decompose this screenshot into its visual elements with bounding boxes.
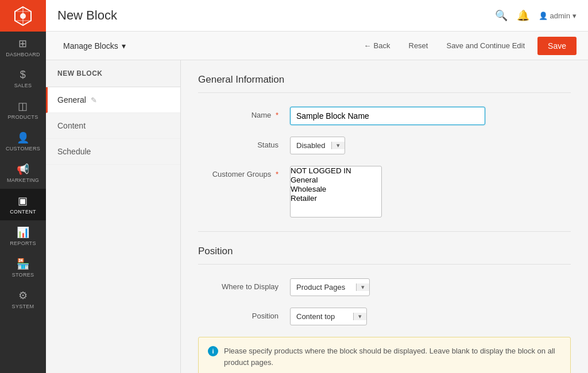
position-header: Position bbox=[198, 246, 571, 265]
main-area: New Block 🔍 🔔 👤 admin ▾ Manage Blocks ▾ … bbox=[46, 0, 588, 373]
sidebar-item-sales[interactable]: $ Sales bbox=[0, 63, 46, 94]
chevron-down-icon: ▾ bbox=[356, 283, 369, 291]
sidebar-item-products[interactable]: ◫ Products bbox=[0, 94, 46, 126]
sidebar-item-label: Customers bbox=[6, 146, 40, 151]
where-to-display-label: Where to Display bbox=[198, 278, 290, 291]
position-select[interactable]: Content top Content bottom Sidebar left … bbox=[291, 308, 353, 325]
sales-icon: $ bbox=[20, 69, 26, 81]
where-to-display-field: Product Pages Category Pages Home Page ▾ bbox=[290, 278, 571, 296]
chevron-down-icon: ▾ bbox=[122, 41, 126, 50]
reset-button[interactable]: Reset bbox=[403, 38, 434, 53]
position-field: Content top Content bottom Sidebar left … bbox=[290, 308, 571, 325]
search-icon[interactable]: 🔍 bbox=[495, 9, 508, 22]
position-select-wrap: Content top Content bottom Sidebar left … bbox=[290, 308, 367, 325]
system-icon: ⚙ bbox=[18, 289, 28, 302]
secondary-bar: Manage Blocks ▾ ← Back Reset Save and Co… bbox=[46, 32, 588, 60]
where-to-display-row: Where to Display Product Pages Category … bbox=[198, 278, 571, 296]
customer-groups-listbox[interactable]: NOT LOGGED IN General Wholesale Retailer bbox=[290, 166, 382, 217]
sidebar: ⊞ Dashboard $ Sales ◫ Products 👤 Custome… bbox=[0, 0, 46, 373]
right-panel: General Information Name * Status Disabl… bbox=[181, 60, 588, 373]
page-title: New Block bbox=[57, 8, 495, 23]
sidebar-logo bbox=[0, 0, 46, 32]
user-icon: 👤 bbox=[539, 11, 548, 20]
svg-point-0 bbox=[20, 13, 26, 19]
back-button[interactable]: ← Back bbox=[358, 38, 396, 53]
customers-icon: 👤 bbox=[17, 131, 29, 144]
where-to-display-select-wrap: Product Pages Category Pages Home Page ▾ bbox=[290, 278, 370, 296]
left-panel-header: NEW BLOCK bbox=[46, 60, 180, 87]
reports-icon: 📊 bbox=[17, 226, 29, 239]
chevron-down-icon: ▾ bbox=[572, 11, 577, 20]
required-star: * bbox=[276, 170, 278, 178]
dashboard-icon: ⊞ bbox=[18, 37, 27, 50]
topbar: New Block 🔍 🔔 👤 admin ▾ bbox=[46, 0, 588, 32]
products-icon: ◫ bbox=[18, 100, 28, 112]
back-label: Back bbox=[374, 41, 390, 50]
manage-blocks-button[interactable]: Manage Blocks ▾ bbox=[57, 38, 131, 54]
stores-icon: 🏪 bbox=[17, 258, 29, 270]
user-label: admin bbox=[550, 11, 570, 20]
schedule-label: Schedule bbox=[57, 147, 91, 156]
status-field: Disabled Enabled ▾ bbox=[290, 137, 571, 154]
name-row: Name * bbox=[198, 107, 571, 125]
status-label: Status bbox=[198, 137, 290, 149]
sidebar-item-marketing[interactable]: 📢 Marketing bbox=[0, 157, 46, 189]
name-label: Name * bbox=[198, 107, 290, 119]
info-icon: i bbox=[208, 346, 218, 356]
content-area: NEW BLOCK General ✎ Content Schedule Gen… bbox=[46, 60, 588, 373]
content-icon: ▣ bbox=[18, 195, 28, 207]
chevron-down-icon: ▾ bbox=[353, 313, 366, 320]
sidebar-item-system[interactable]: ⚙ System bbox=[0, 283, 46, 315]
sidebar-item-label: Marketing bbox=[7, 177, 39, 183]
sidebar-item-label: System bbox=[12, 304, 34, 309]
sidebar-item-customers[interactable]: 👤 Customers bbox=[0, 126, 46, 157]
topbar-actions: 🔍 🔔 👤 admin ▾ bbox=[495, 9, 577, 22]
customer-groups-row: Customer Groups * NOT LOGGED IN General … bbox=[198, 166, 571, 217]
left-panel-item-content[interactable]: Content bbox=[46, 113, 180, 139]
general-label: General bbox=[57, 95, 86, 104]
sidebar-item-stores[interactable]: 🏪 Stores bbox=[0, 252, 46, 283]
left-panel-item-general[interactable]: General ✎ bbox=[46, 87, 180, 113]
chevron-down-icon: ▾ bbox=[331, 142, 345, 149]
content-label: Content bbox=[57, 121, 86, 130]
section-divider bbox=[198, 231, 571, 232]
sidebar-item-label: Reports bbox=[10, 240, 36, 246]
general-info-header: General Information bbox=[198, 74, 571, 93]
required-star: * bbox=[276, 111, 278, 119]
save-continue-button[interactable]: Save and Continue Edit bbox=[440, 38, 531, 53]
name-field bbox=[290, 107, 571, 125]
position-row: Position Content top Content bottom Side… bbox=[198, 308, 571, 325]
sidebar-item-label: Content bbox=[10, 209, 36, 215]
notification-icon[interactable]: 🔔 bbox=[517, 9, 529, 22]
sidebar-item-reports[interactable]: 📊 Reports bbox=[0, 220, 46, 252]
back-arrow-icon: ← bbox=[364, 41, 372, 50]
left-panel-item-schedule[interactable]: Schedule bbox=[46, 139, 180, 165]
customer-groups-field: NOT LOGGED IN General Wholesale Retailer bbox=[290, 166, 571, 217]
where-to-display-select[interactable]: Product Pages Category Pages Home Page bbox=[291, 279, 356, 296]
user-menu[interactable]: 👤 admin ▾ bbox=[539, 11, 577, 20]
sidebar-item-dashboard[interactable]: ⊞ Dashboard bbox=[0, 32, 46, 63]
status-row: Status Disabled Enabled ▾ bbox=[198, 137, 571, 154]
manage-blocks-label: Manage Blocks bbox=[63, 41, 118, 50]
position-field-label: Position bbox=[198, 308, 290, 320]
info-text: Please specify products where the block … bbox=[224, 345, 561, 368]
save-button[interactable]: Save bbox=[537, 37, 577, 55]
info-box: i Please specify products where the bloc… bbox=[198, 337, 571, 373]
marketing-icon: 📢 bbox=[17, 163, 29, 176]
name-input[interactable] bbox=[290, 107, 485, 125]
sidebar-item-content[interactable]: ▣ Content bbox=[0, 189, 46, 220]
sidebar-item-label: Stores bbox=[12, 272, 34, 278]
left-panel: NEW BLOCK General ✎ Content Schedule bbox=[46, 60, 181, 373]
customer-groups-label: Customer Groups * bbox=[198, 166, 290, 178]
sidebar-item-label: Dashboard bbox=[6, 52, 40, 57]
status-select[interactable]: Disabled Enabled bbox=[291, 137, 331, 154]
edit-icon[interactable]: ✎ bbox=[91, 96, 97, 104]
sidebar-item-label: Sales bbox=[14, 83, 32, 88]
sidebar-item-label: Products bbox=[8, 114, 38, 120]
status-select-wrap: Disabled Enabled ▾ bbox=[290, 137, 345, 154]
